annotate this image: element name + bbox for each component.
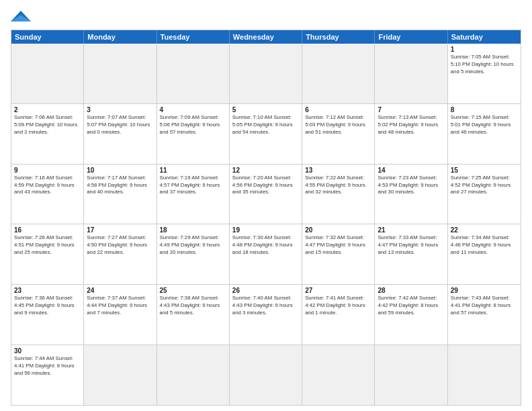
day-info: Sunrise: 7:25 AM Sunset: 4:52 PM Dayligh… — [451, 175, 518, 197]
day-info: Sunrise: 7:33 AM Sunset: 4:47 PM Dayligh… — [378, 234, 444, 257]
calendar-cell: 22Sunrise: 7:34 AM Sunset: 4:46 PM Dayli… — [448, 224, 521, 284]
header-day-tuesday: Tuesday — [157, 30, 230, 44]
calendar-row-5: 23Sunrise: 7:36 AM Sunset: 4:45 PM Dayli… — [11, 284, 521, 345]
day-number: 2 — [14, 106, 81, 113]
day-number: 7 — [378, 106, 444, 113]
calendar-cell: 25Sunrise: 7:38 AM Sunset: 4:43 PM Dayli… — [157, 285, 230, 345]
day-number: 1 — [451, 46, 518, 53]
calendar-cell — [230, 44, 302, 103]
calendar-row-1: 1Sunrise: 7:05 AM Sunset: 5:10 PM Daylig… — [11, 44, 521, 103]
calendar-cell: 7Sunrise: 7:13 AM Sunset: 5:02 PM Daylig… — [375, 104, 447, 164]
day-info: Sunrise: 7:29 AM Sunset: 4:49 PM Dayligh… — [160, 234, 226, 257]
svg-marker-1 — [11, 15, 31, 21]
day-info: Sunrise: 7:15 AM Sunset: 5:01 PM Dayligh… — [451, 114, 518, 136]
calendar-cell — [448, 345, 521, 405]
calendar-row-4: 16Sunrise: 7:26 AM Sunset: 4:51 PM Dayli… — [11, 224, 521, 284]
day-number: 23 — [14, 287, 81, 294]
day-number: 11 — [160, 167, 226, 174]
calendar-cell: 20Sunrise: 7:32 AM Sunset: 4:47 PM Dayli… — [302, 224, 375, 284]
day-number: 6 — [305, 106, 371, 113]
day-info: Sunrise: 7:36 AM Sunset: 4:45 PM Dayligh… — [14, 295, 81, 317]
calendar-cell — [157, 345, 230, 405]
header-day-monday: Monday — [84, 30, 157, 44]
calendar-cell: 24Sunrise: 7:37 AM Sunset: 4:44 PM Dayli… — [84, 285, 157, 345]
calendar: SundayMondayTuesdayWednesdayThursdayFrid… — [11, 30, 521, 406]
day-info: Sunrise: 7:27 AM Sunset: 4:50 PM Dayligh… — [87, 234, 153, 257]
calendar-cell: 17Sunrise: 7:27 AM Sunset: 4:50 PM Dayli… — [84, 224, 157, 284]
day-info: Sunrise: 7:26 AM Sunset: 4:51 PM Dayligh… — [14, 234, 81, 257]
day-number: 20 — [305, 226, 371, 234]
day-number: 27 — [305, 287, 371, 294]
day-number: 24 — [87, 287, 153, 294]
header-day-sunday: Sunday — [11, 30, 84, 44]
day-info: Sunrise: 7:05 AM Sunset: 5:10 PM Dayligh… — [451, 54, 518, 76]
calendar-cell: 8Sunrise: 7:15 AM Sunset: 5:01 PM Daylig… — [448, 104, 521, 164]
calendar-cell: 14Sunrise: 7:23 AM Sunset: 4:53 PM Dayli… — [375, 165, 447, 224]
day-info: Sunrise: 7:20 AM Sunset: 4:56 PM Dayligh… — [232, 175, 299, 197]
day-info: Sunrise: 7:38 AM Sunset: 4:43 PM Dayligh… — [160, 295, 226, 317]
day-info: Sunrise: 7:09 AM Sunset: 5:06 PM Dayligh… — [160, 114, 226, 136]
calendar-cell — [302, 345, 375, 405]
day-info: Sunrise: 7:13 AM Sunset: 5:02 PM Dayligh… — [378, 114, 444, 136]
day-number: 5 — [232, 106, 299, 113]
calendar-cell: 30Sunrise: 7:44 AM Sunset: 4:41 PM Dayli… — [11, 345, 84, 405]
calendar-body: 1Sunrise: 7:05 AM Sunset: 5:10 PM Daylig… — [11, 44, 521, 405]
page-header — [11, 8, 521, 24]
day-info: Sunrise: 7:06 AM Sunset: 5:09 PM Dayligh… — [14, 114, 81, 136]
day-number: 28 — [378, 287, 444, 294]
calendar-cell: 23Sunrise: 7:36 AM Sunset: 4:45 PM Dayli… — [11, 285, 84, 345]
day-number: 18 — [160, 226, 226, 234]
calendar-cell: 16Sunrise: 7:26 AM Sunset: 4:51 PM Dayli… — [11, 224, 84, 284]
calendar-cell: 21Sunrise: 7:33 AM Sunset: 4:47 PM Dayli… — [375, 224, 447, 284]
calendar-cell: 15Sunrise: 7:25 AM Sunset: 4:52 PM Dayli… — [448, 165, 521, 224]
day-number: 8 — [451, 106, 518, 113]
day-info: Sunrise: 7:22 AM Sunset: 4:55 PM Dayligh… — [305, 175, 371, 197]
day-info: Sunrise: 7:07 AM Sunset: 5:07 PM Dayligh… — [87, 114, 153, 136]
day-info: Sunrise: 7:10 AM Sunset: 5:05 PM Dayligh… — [232, 114, 299, 136]
day-number: 29 — [451, 287, 518, 294]
calendar-cell: 28Sunrise: 7:42 AM Sunset: 4:42 PM Dayli… — [375, 285, 447, 345]
calendar-cell — [157, 44, 230, 103]
calendar-cell — [230, 345, 302, 405]
calendar-cell: 5Sunrise: 7:10 AM Sunset: 5:05 PM Daylig… — [230, 104, 302, 164]
logo — [11, 8, 34, 24]
header-day-saturday: Saturday — [448, 30, 521, 44]
day-number: 30 — [14, 347, 81, 355]
day-number: 15 — [451, 167, 518, 174]
calendar-cell: 19Sunrise: 7:30 AM Sunset: 4:48 PM Dayli… — [230, 224, 302, 284]
day-number: 17 — [87, 226, 153, 234]
day-number: 25 — [160, 287, 226, 294]
day-number: 10 — [87, 167, 153, 174]
day-number: 4 — [160, 106, 226, 113]
calendar-cell — [84, 345, 157, 405]
day-number: 14 — [378, 167, 444, 174]
day-number: 13 — [305, 167, 371, 174]
day-info: Sunrise: 7:40 AM Sunset: 4:43 PM Dayligh… — [232, 295, 299, 317]
day-number: 3 — [87, 106, 153, 113]
header-day-wednesday: Wednesday — [230, 30, 302, 44]
day-info: Sunrise: 7:34 AM Sunset: 4:46 PM Dayligh… — [451, 234, 518, 257]
calendar-row-3: 9Sunrise: 7:16 AM Sunset: 4:59 PM Daylig… — [11, 164, 521, 224]
calendar-cell: 12Sunrise: 7:20 AM Sunset: 4:56 PM Dayli… — [230, 165, 302, 224]
calendar-cell: 13Sunrise: 7:22 AM Sunset: 4:55 PM Dayli… — [302, 165, 375, 224]
day-number: 21 — [378, 226, 444, 234]
header-day-friday: Friday — [375, 30, 447, 44]
calendar-row-6: 30Sunrise: 7:44 AM Sunset: 4:41 PM Dayli… — [11, 345, 521, 405]
logo-icon — [11, 8, 31, 24]
day-number: 26 — [232, 287, 299, 294]
calendar-cell: 10Sunrise: 7:17 AM Sunset: 4:58 PM Dayli… — [84, 165, 157, 224]
day-info: Sunrise: 7:23 AM Sunset: 4:53 PM Dayligh… — [378, 175, 444, 197]
day-number: 19 — [232, 226, 299, 234]
day-number: 9 — [14, 167, 81, 174]
calendar-cell: 18Sunrise: 7:29 AM Sunset: 4:49 PM Dayli… — [157, 224, 230, 284]
day-info: Sunrise: 7:41 AM Sunset: 4:42 PM Dayligh… — [305, 295, 371, 317]
calendar-cell: 29Sunrise: 7:43 AM Sunset: 4:41 PM Dayli… — [448, 285, 521, 345]
calendar-header: SundayMondayTuesdayWednesdayThursdayFrid… — [11, 30, 521, 44]
calendar-cell: 3Sunrise: 7:07 AM Sunset: 5:07 PM Daylig… — [84, 104, 157, 164]
calendar-cell: 6Sunrise: 7:12 AM Sunset: 5:03 PM Daylig… — [302, 104, 375, 164]
calendar-cell — [11, 44, 84, 103]
calendar-cell: 9Sunrise: 7:16 AM Sunset: 4:59 PM Daylig… — [11, 165, 84, 224]
day-info: Sunrise: 7:17 AM Sunset: 4:58 PM Dayligh… — [87, 175, 153, 197]
calendar-cell — [84, 44, 157, 103]
calendar-cell: 1Sunrise: 7:05 AM Sunset: 5:10 PM Daylig… — [448, 44, 521, 103]
